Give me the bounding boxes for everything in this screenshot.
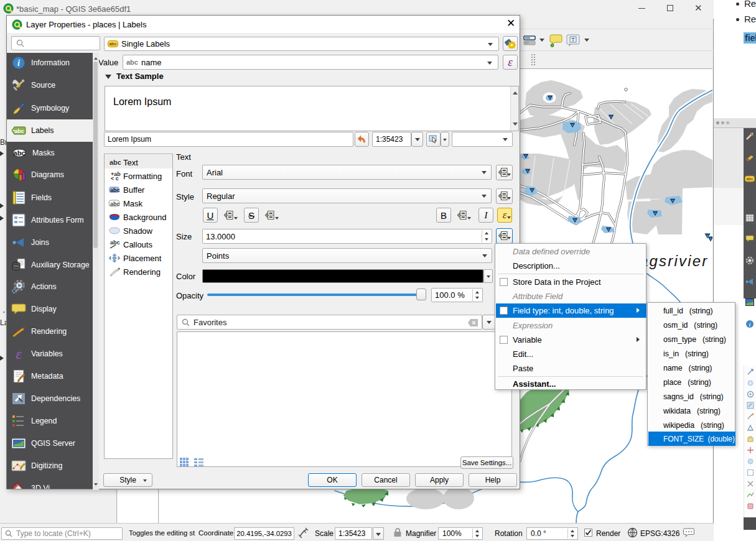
svg-text:abc: abc [110, 239, 120, 246]
svg-text:T: T [571, 37, 575, 43]
svg-text:i: i [17, 58, 20, 68]
svg-text:agsrivier: agsrivier [640, 252, 709, 269]
svg-text:abc: abc [14, 149, 26, 157]
svg-text:abc: abc [110, 201, 120, 207]
svg-text:abc: abc [110, 187, 120, 193]
svg-text:abc: abc [109, 42, 116, 46]
svg-text:abc: abc [14, 128, 24, 134]
svg-text:abc: abc [746, 177, 754, 181]
svg-text:< c: < c [111, 175, 119, 181]
svg-text:abc: abc [110, 159, 121, 166]
svg-text:ε: ε [16, 346, 22, 361]
